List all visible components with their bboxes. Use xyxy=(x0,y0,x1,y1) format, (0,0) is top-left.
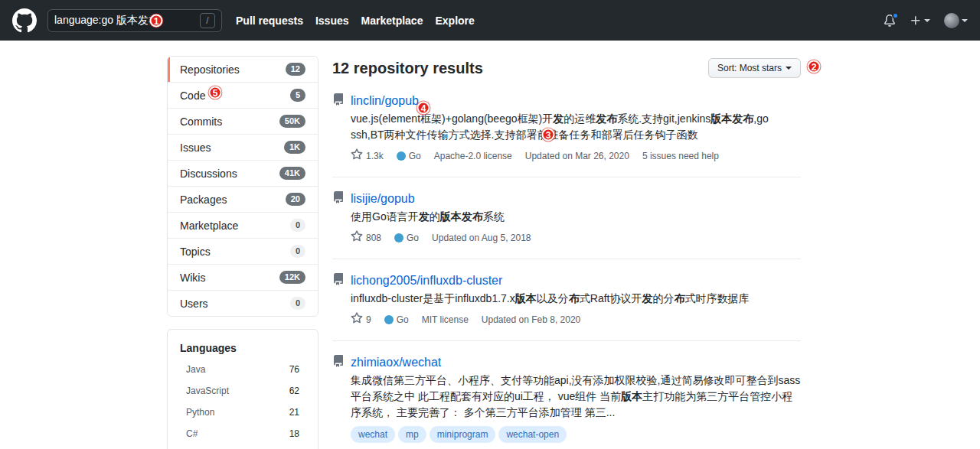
repository-result: lichong2005/influxdb-cluster influxdb-cl… xyxy=(332,273,801,341)
topic-tag-mp[interactable]: mp xyxy=(398,426,426,443)
nav-link-marketplace[interactable]: Marketplace xyxy=(361,15,423,27)
topic-tag-wechat[interactable]: wechat xyxy=(351,426,395,443)
star-count[interactable]: 808 xyxy=(351,230,381,245)
language-filter-python[interactable]: Python 21 xyxy=(180,402,305,423)
results-area: 12 repository results Sort: Most stars l… xyxy=(332,57,801,449)
star-count[interactable]: 9 xyxy=(351,312,371,327)
avatar xyxy=(944,13,959,28)
results-heading: 12 repository results xyxy=(332,60,483,77)
sidebar-item-discussions[interactable]: Discussions 41K xyxy=(168,160,318,186)
topic-tags: wechat mp miniprogram wechat-open xyxy=(351,426,801,443)
languages-panel: Languages Java 76 JavaScript 62 Python 2… xyxy=(167,329,318,449)
chevron-down-icon xyxy=(924,19,930,22)
filter-count-badge: 5 xyxy=(290,89,305,102)
filter-count-badge: 41K xyxy=(279,167,305,180)
chevron-down-icon xyxy=(786,67,792,70)
repo-title-link[interactable]: lichong2005/influxdb-cluster xyxy=(351,274,502,288)
user-avatar-menu[interactable] xyxy=(944,13,968,28)
filter-label: Repositories xyxy=(180,63,240,76)
repo-icon xyxy=(332,273,345,288)
nav-link-pull-requests[interactable]: Pull requests xyxy=(236,15,303,27)
filter-count-badge: 50K xyxy=(279,115,305,128)
sidebar-item-code[interactable]: Code 5 xyxy=(168,82,318,108)
languages-title: Languages xyxy=(180,342,305,359)
issues-need-help-link[interactable]: 5 issues need help xyxy=(642,151,719,161)
nav-link-explore[interactable]: Explore xyxy=(435,15,474,27)
sidebar-item-issues[interactable]: Issues 1K xyxy=(168,134,318,160)
license-label: Apache-2.0 license xyxy=(434,151,512,161)
language-name: Python xyxy=(186,407,214,418)
repo-meta-row: 9 Go MIT license Updated on Feb 8, 2020 xyxy=(351,312,801,327)
sort-label: Sort: Most stars xyxy=(717,63,782,73)
notifications-bell-icon[interactable] xyxy=(884,15,896,27)
language-indicator: Go xyxy=(384,314,409,325)
star-icon xyxy=(351,148,363,163)
language-name: JavaScript xyxy=(186,386,229,396)
annotation-circle-2: 2 xyxy=(808,60,821,73)
repo-description: 集成微信第三方平台、小程序、支付等功能api,没有添加权限校验,通过简易修改即可… xyxy=(351,373,801,421)
repo-title-link[interactable]: zhimiaox/wechat xyxy=(351,356,441,369)
unread-notification-dot xyxy=(892,12,899,19)
star-icon xyxy=(351,312,363,327)
go-language-dot-icon xyxy=(394,233,403,242)
sidebar-item-repositories[interactable]: Repositories 12 xyxy=(168,57,318,82)
topic-tag-miniprogram[interactable]: miniprogram xyxy=(430,426,496,443)
sidebar-item-users[interactable]: Users 0 xyxy=(168,290,318,316)
license-label: MIT license xyxy=(422,314,469,325)
language-filter-php[interactable]: PHP 17 xyxy=(180,444,305,449)
language-filter-java[interactable]: Java 76 xyxy=(180,359,305,380)
topic-tag-wechat-open[interactable]: wechat-open xyxy=(498,426,567,443)
star-count[interactable]: 1.3k xyxy=(351,148,384,163)
go-language-dot-icon xyxy=(384,315,394,324)
filter-label: Wikis xyxy=(180,272,205,284)
updated-date: Updated on Feb 8, 2020 xyxy=(482,314,580,325)
github-logo-icon[interactable] xyxy=(12,8,37,33)
language-filter-javascript[interactable]: JavaScript 62 xyxy=(180,380,305,402)
language-count: 18 xyxy=(289,428,299,439)
sidebar-item-commits[interactable]: Commits 50K xyxy=(168,108,318,134)
updated-date: Updated on Mar 26, 2020 xyxy=(525,151,629,161)
repo-description: influxdb-cluster是基于influxdb1.7.x版本以及分布式R… xyxy=(351,291,801,307)
language-name: Java xyxy=(186,364,205,375)
search-query-text: language:go 版本发布 xyxy=(54,14,159,28)
language-filter-c#[interactable]: C# 18 xyxy=(180,423,305,444)
filter-count-badge: 1K xyxy=(284,141,305,154)
filter-label: Discussions xyxy=(180,168,237,180)
repository-results-list: linclin/gopub vue.js(element框架)+golang(b… xyxy=(332,93,801,449)
filter-label: Code xyxy=(180,89,205,102)
repository-result: lisijie/gopub 使用Go语言开发的版本发布系统 808 Go Upd… xyxy=(332,191,801,259)
sidebar-item-packages[interactable]: Packages 20 xyxy=(168,186,318,212)
search-input[interactable]: language:go 版本发布 / xyxy=(47,9,222,32)
filter-count-badge: 0 xyxy=(290,297,305,310)
filter-label: Users xyxy=(180,298,208,310)
slash-shortcut-hint: / xyxy=(200,13,215,28)
navbar-right xyxy=(884,13,968,28)
updated-date: Updated on Aug 5, 2018 xyxy=(432,233,531,243)
create-new-plus-icon[interactable] xyxy=(910,15,930,27)
repo-title-link[interactable]: linclin/gopub xyxy=(351,94,419,108)
language-count: 62 xyxy=(289,386,299,396)
sort-dropdown-button[interactable]: Sort: Most stars xyxy=(708,58,801,78)
repository-result: linclin/gopub vue.js(element框架)+golang(b… xyxy=(332,93,801,177)
filter-count-badge: 0 xyxy=(290,245,305,258)
star-icon xyxy=(351,230,363,245)
filter-label: Topics xyxy=(180,246,211,258)
sidebar-item-topics[interactable]: Topics 0 xyxy=(168,238,318,264)
filter-count-badge: 12K xyxy=(279,271,305,284)
go-language-dot-icon xyxy=(397,151,406,161)
filter-count-badge: 0 xyxy=(290,219,305,232)
filter-label: Commits xyxy=(180,116,222,128)
repo-meta-row: 1.3k Go Apache-2.0 license Updated on Ma… xyxy=(351,148,801,163)
sidebar-item-wikis[interactable]: Wikis 12K xyxy=(168,264,318,290)
repo-title-link[interactable]: lisijie/gopub xyxy=(351,192,415,206)
repo-icon xyxy=(332,355,345,370)
repo-description: 使用Go语言开发的版本发布系统 xyxy=(351,209,801,225)
sidebar-item-marketplace[interactable]: Marketplace 0 xyxy=(168,212,318,238)
filter-count-badge: 20 xyxy=(286,193,305,206)
language-count: 21 xyxy=(289,407,299,418)
search-sidebar: Repositories 12 Code 5 Commits 50K Issue… xyxy=(167,56,318,449)
language-indicator: Go xyxy=(394,233,419,243)
nav-link-issues[interactable]: Issues xyxy=(315,15,349,27)
filter-label: Packages xyxy=(180,194,227,206)
primary-nav: Pull requests Issues Marketplace Explore xyxy=(236,15,475,27)
